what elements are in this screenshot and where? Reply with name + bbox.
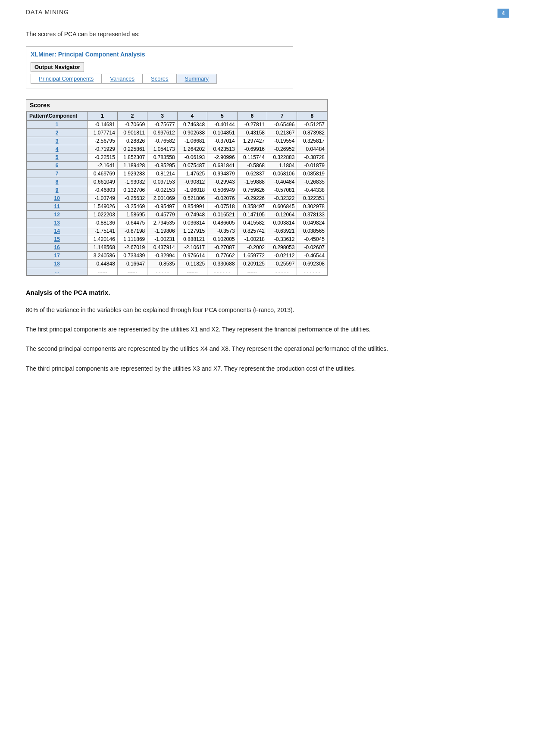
cell-value: -0.3573 [207, 227, 237, 235]
cell-value: -0.16647 [117, 260, 147, 268]
row-id: 17 [27, 252, 88, 260]
cell-value: 0.28826 [117, 137, 147, 145]
cell-value: 0.692308 [297, 260, 327, 268]
row-id: 6 [27, 162, 88, 170]
cell-value: 0.783558 [147, 153, 177, 162]
cell-value: 0.330688 [207, 260, 237, 268]
page-number: 4 [497, 9, 509, 18]
page-header: DATA MINING 4 [26, 9, 509, 18]
row-id: 18 [27, 260, 88, 268]
cell-value: 0.506949 [207, 186, 237, 194]
cell-value: 0.997612 [147, 129, 177, 137]
row-id: 3 [27, 137, 88, 145]
analysis-section: Analysis of the PCA matrix. 80% of the v… [26, 289, 509, 374]
cell-value: -1.47625 [177, 170, 207, 178]
row-id: 4 [27, 145, 88, 153]
col-header-7: 7 [267, 112, 297, 121]
tab-summary[interactable]: Summary [177, 74, 217, 84]
cell-value: 1.58695 [117, 211, 147, 219]
cell-value: -0.8535 [147, 260, 177, 268]
cell-value: 1.054173 [147, 145, 177, 153]
dotted-cell: ------ [88, 268, 117, 275]
cell-value: 0.681841 [207, 162, 237, 170]
cell-value: 1.111869 [117, 235, 147, 244]
cell-value: 1.549026 [88, 203, 117, 211]
table-row: 5-0.225151.8523070.783558-0.06193-2.9099… [27, 153, 327, 162]
cell-value: -0.46803 [88, 186, 117, 194]
analysis-paragraph: The first principal components are repre… [26, 324, 509, 335]
cell-value: 0.358497 [237, 203, 267, 211]
cell-value: -0.02076 [207, 194, 237, 203]
cell-value: -0.11825 [177, 260, 207, 268]
scores-section: Scores Pattern\Component 1 2 3 4 5 6 7 8… [26, 99, 509, 276]
cell-value: -3.25469 [117, 203, 147, 211]
tab-principal-components[interactable]: Principal Components [31, 74, 102, 84]
col-header-4: 4 [177, 112, 207, 121]
cell-value: -0.95497 [147, 203, 177, 211]
cell-value: -0.85295 [147, 162, 177, 170]
cell-value: 0.038565 [297, 227, 327, 235]
cell-value: 1.264202 [177, 145, 207, 153]
cell-value: 1.077714 [88, 129, 117, 137]
table-row: 151.4201461.111869-1.002310.8881210.1020… [27, 235, 327, 244]
cell-value: 0.322883 [267, 153, 297, 162]
cell-value: -0.70669 [117, 121, 147, 129]
table-row: 9-0.468030.132706-0.02153-1.960180.50694… [27, 186, 327, 194]
cell-value: -0.45779 [147, 211, 177, 219]
analysis-paragraph: The third principal components are repre… [26, 363, 509, 374]
cell-value: 0.115744 [237, 153, 267, 162]
cell-value: -0.07518 [207, 203, 237, 211]
cell-value: 0.976614 [177, 252, 207, 260]
cell-value: -1.96018 [177, 186, 207, 194]
table-row: 70.4697691.929283-0.81214-1.476250.99487… [27, 170, 327, 178]
cell-value: 0.521806 [177, 194, 207, 203]
cell-value: -0.88136 [88, 219, 117, 227]
table-row: 6-2.16411.189428-0.852950.0754870.681841… [27, 162, 327, 170]
row-id: 10 [27, 194, 88, 203]
cell-value: 0.147105 [237, 211, 267, 219]
cell-value: -0.26952 [267, 145, 297, 153]
cell-value: -0.32994 [147, 252, 177, 260]
tab-variances[interactable]: Variances [102, 74, 143, 84]
cell-value: 0.759626 [237, 186, 267, 194]
table-header-row: Pattern\Component 1 2 3 4 5 6 7 8 [27, 112, 327, 121]
cell-value: -0.2002 [237, 244, 267, 252]
cell-value: 0.325817 [297, 137, 327, 145]
cell-value: -0.33612 [267, 235, 297, 244]
cell-value: -0.90812 [177, 178, 207, 186]
cell-value: 0.606845 [267, 203, 297, 211]
col-header-3: 3 [147, 112, 177, 121]
cell-value: -0.27811 [237, 121, 267, 129]
tab-scores[interactable]: Scores [143, 74, 176, 84]
cell-value: -0.45045 [297, 235, 327, 244]
cell-value: -0.75677 [147, 121, 177, 129]
col-header-1: 1 [88, 112, 117, 121]
cell-value: -0.62837 [237, 170, 267, 178]
cell-value: 0.04484 [297, 145, 327, 153]
cell-value: -0.27087 [207, 244, 237, 252]
xlminer-box: XLMiner: Principal Component Analysis Ou… [26, 46, 293, 88]
cell-value: -0.12064 [267, 211, 297, 219]
cell-value: 1.022203 [88, 211, 117, 219]
col-header-6: 6 [237, 112, 267, 121]
row-id: 9 [27, 186, 88, 194]
cell-value: -0.25597 [267, 260, 297, 268]
row-id: 12 [27, 211, 88, 219]
cell-value: 0.873982 [297, 129, 327, 137]
row-id: 15 [27, 235, 88, 244]
cell-value: 0.104851 [207, 129, 237, 137]
cell-value: 0.075487 [177, 162, 207, 170]
cell-value: -0.02607 [297, 244, 327, 252]
cell-value: -1.75141 [88, 227, 117, 235]
cell-value: 0.994879 [207, 170, 237, 178]
cell-value: -1.19806 [147, 227, 177, 235]
cell-value: 0.003814 [267, 219, 297, 227]
col-header-5: 5 [207, 112, 237, 121]
table-row: 21.0777140.9018110.9976120.9026380.10485… [27, 129, 327, 137]
cell-value: 0.209125 [237, 260, 267, 268]
cell-value: -0.46544 [297, 252, 327, 260]
cell-value: -1.00218 [237, 235, 267, 244]
cell-value: -0.81214 [147, 170, 177, 178]
cell-value: -1.06681 [177, 137, 207, 145]
cell-value: -0.02112 [267, 252, 297, 260]
